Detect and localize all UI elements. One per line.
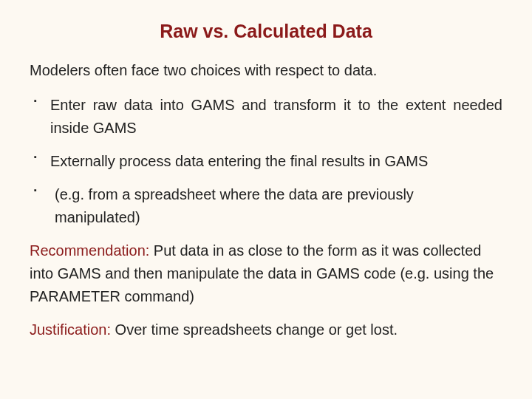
justification-text: Over time spreadsheets change or get los… [111,321,398,338]
slide-title: Raw vs. Calculated Data [30,21,502,42]
justification-paragraph: Justification: Over time spreadsheets ch… [30,318,502,341]
justification-label: Justification: [30,321,111,338]
recommendation-label: Recommendation: [30,242,149,259]
bullet-list: Enter raw data into GAMS and transform i… [30,94,502,229]
bullet-item-2: Externally process data entering the fin… [30,150,502,173]
intro-text: Modelers often face two choices with res… [30,60,502,81]
bullet-item-3: (e.g. from a spreadsheet where the data … [30,183,502,229]
recommendation-paragraph: Recommendation: Put data in as close to … [30,239,502,308]
bullet-item-1: Enter raw data into GAMS and transform i… [30,94,502,140]
